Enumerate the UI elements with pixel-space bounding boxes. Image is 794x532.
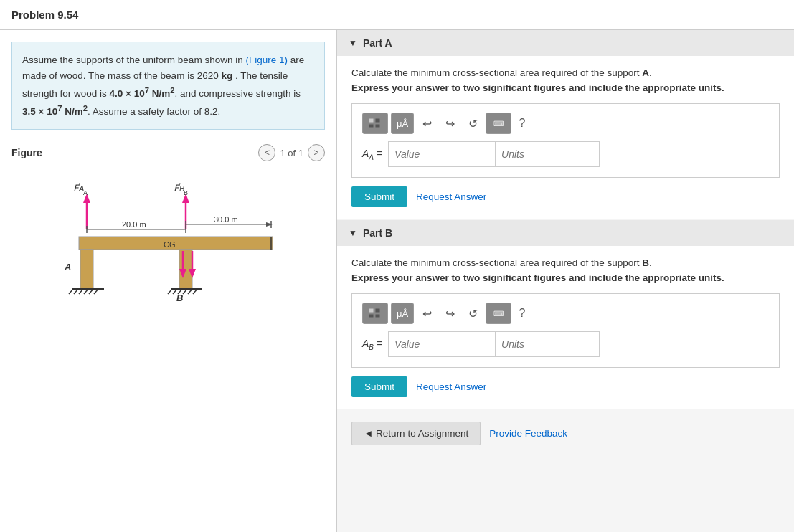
main-content: Assume the supports of the uniform beam …: [0, 30, 794, 532]
figure-label: Figure: [11, 147, 42, 158]
part-a-keyboard-button[interactable]: ⌨: [486, 113, 511, 134]
problem-text-box: Assume the supports of the uniform beam …: [11, 42, 325, 130]
svg-line-12: [168, 289, 172, 294]
part-a-answer-box: μÅ ↩ ↪ ↺ ⌨ ? AA =: [351, 103, 780, 178]
part-a-submit-button[interactable]: Submit: [351, 186, 407, 207]
part-a-value-input[interactable]: [388, 141, 496, 167]
right-panel: ▼ Part A Calculate the minimum cross-sec…: [337, 30, 794, 532]
part-b-variable: B: [642, 257, 649, 268]
svg-rect-46: [369, 124, 374, 128]
bottom-bar: ◄ Return to Assignment Provide Feedback: [337, 410, 794, 457]
part-a-undo-button[interactable]: ↩: [417, 113, 437, 134]
part-a-instruction: Express your answer to two significant f…: [351, 82, 780, 93]
part-b-action-row: Submit Request Answer: [351, 376, 780, 397]
left-panel: Assume the supports of the uniform beam …: [0, 30, 337, 532]
figure-link[interactable]: (Figure 1): [245, 54, 288, 65]
provide-feedback-link[interactable]: Provide Feedback: [489, 428, 567, 439]
part-a-content: Calculate the minimum cross-sectional ar…: [337, 56, 794, 219]
part-b-description: Calculate the minimum cross-sectional ar…: [351, 257, 780, 268]
part-a-label: Part A: [363, 37, 392, 49]
part-b-instruction: Express your answer to two significant f…: [351, 272, 780, 283]
part-b-units-input[interactable]: [496, 331, 600, 357]
part-b-keyboard-button[interactable]: ⌨: [486, 303, 511, 324]
part-a-mu-button[interactable]: μÅ: [391, 113, 414, 134]
svg-rect-44: [369, 118, 374, 123]
part-b-grid-button[interactable]: [362, 303, 388, 324]
part-b-submit-button[interactable]: Submit: [351, 376, 407, 397]
part-b-header[interactable]: ▼ Part B: [337, 220, 794, 246]
page-container: Problem 9.54 Assume the supports of the …: [0, 0, 794, 532]
svg-text:20.0 m: 20.0 m: [122, 220, 146, 229]
svg-rect-45: [375, 118, 380, 123]
svg-rect-51: [375, 314, 380, 318]
part-b-label: Part B: [363, 227, 392, 239]
part-b-value-input[interactable]: [388, 331, 496, 357]
svg-line-8: [79, 289, 83, 294]
part-b-undo-button[interactable]: ↩: [417, 303, 437, 324]
problem-intro-text: Assume the supports of the uniform beam …: [22, 54, 245, 65]
part-a-help-button[interactable]: ?: [514, 113, 530, 134]
figure-header: Figure < 1 of 1 >: [11, 144, 325, 161]
part-a-toolbar: μÅ ↩ ↪ ↺ ⌨ ?: [362, 113, 769, 134]
part-b-collapse-arrow: ▼: [349, 228, 357, 238]
svg-rect-2: [80, 250, 93, 289]
figure-prev-button[interactable]: <: [258, 144, 275, 161]
part-a-header[interactable]: ▼ Part A: [337, 30, 794, 56]
part-b-refresh-button[interactable]: ↺: [463, 303, 483, 324]
svg-text:A: A: [83, 189, 88, 196]
svg-rect-47: [375, 124, 380, 128]
svg-rect-0: [79, 237, 273, 250]
part-a-section: ▼ Part A Calculate the minimum cross-sec…: [337, 30, 794, 219]
part-b-mu-button[interactable]: μÅ: [391, 303, 414, 324]
part-b-content: Calculate the minimum cross-sectional ar…: [337, 246, 794, 409]
part-a-refresh-button[interactable]: ↺: [463, 113, 483, 134]
part-b-input-label: AB =: [362, 338, 382, 351]
svg-line-16: [188, 289, 192, 294]
part-b-input-row: AB =: [362, 331, 769, 357]
part-b-toolbar: μÅ ↩ ↪ ↺ ⌨ ?: [362, 303, 769, 324]
svg-text:B: B: [184, 189, 188, 196]
part-b-section: ▼ Part B Calculate the minimum cross-sec…: [337, 220, 794, 409]
svg-text:A: A: [64, 262, 71, 272]
part-a-description: Calculate the minimum cross-sectional ar…: [351, 67, 780, 78]
svg-line-6: [69, 289, 73, 294]
part-b-help-button[interactable]: ?: [514, 303, 530, 324]
figure-page-indicator: 1 of 1: [280, 148, 303, 158]
beam-diagram: CG: [36, 176, 301, 319]
svg-line-15: [183, 289, 187, 294]
part-a-grid-button[interactable]: [362, 113, 388, 134]
part-a-input-label: AA =: [362, 148, 382, 161]
svg-line-11: [94, 289, 98, 294]
svg-text:30.0 m: 30.0 m: [214, 215, 238, 224]
svg-rect-49: [375, 308, 380, 313]
figure-section: Figure < 1 of 1 > CG: [11, 144, 325, 326]
problem-title: Problem 9.54: [11, 9, 78, 21]
part-a-request-link[interactable]: Request Answer: [416, 191, 486, 202]
figure-diagram: CG: [11, 168, 325, 326]
part-b-request-link[interactable]: Request Answer: [416, 381, 486, 392]
part-b-redo-button[interactable]: ↪: [440, 303, 460, 324]
svg-line-9: [84, 289, 88, 294]
grid-icon: [368, 118, 382, 129]
svg-line-17: [193, 289, 197, 294]
part-a-action-row: Submit Request Answer: [351, 186, 780, 207]
part-a-variable: A: [642, 67, 649, 78]
grid-icon-b: [368, 308, 382, 319]
figure-next-button[interactable]: >: [308, 144, 325, 161]
svg-line-7: [74, 289, 78, 294]
figure-nav: < 1 of 1 >: [258, 144, 325, 161]
part-a-input-row: AA =: [362, 141, 769, 167]
part-b-answer-box: μÅ ↩ ↪ ↺ ⌨ ? AB =: [351, 293, 780, 368]
svg-text:B: B: [176, 293, 183, 303]
svg-rect-48: [369, 308, 374, 313]
part-a-collapse-arrow: ▼: [349, 38, 357, 48]
part-a-redo-button[interactable]: ↪: [440, 113, 460, 134]
svg-rect-50: [369, 314, 374, 318]
svg-text:CG: CG: [164, 240, 176, 249]
svg-line-10: [89, 289, 93, 294]
part-a-units-input[interactable]: [496, 141, 600, 167]
problem-header: Problem 9.54: [0, 0, 794, 30]
return-to-assignment-button[interactable]: ◄ Return to Assignment: [351, 422, 481, 445]
